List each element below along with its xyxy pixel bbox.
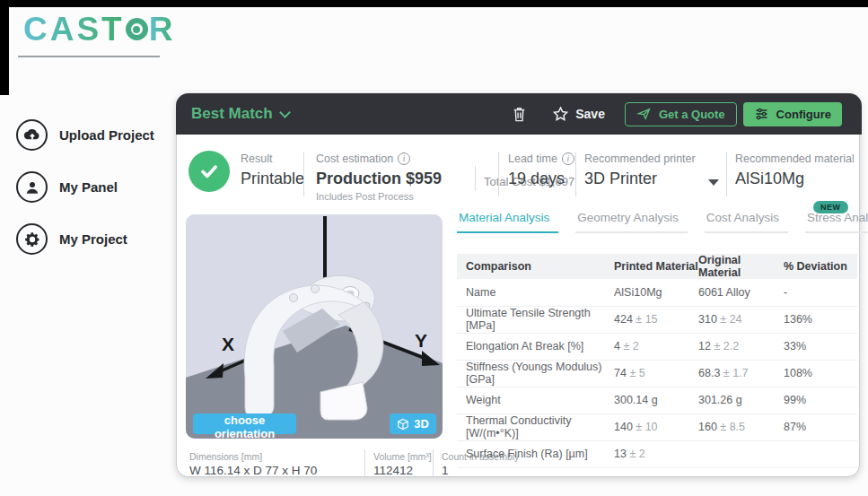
tab-cost-analysis[interactable]: Cost Analysis — [705, 211, 788, 233]
column-header: % Deviation — [784, 254, 857, 279]
tab-material-analysis[interactable]: Material Analysis — [457, 211, 558, 233]
table-row: Elongation At Break [%] 4 ± 2 12 ± 2.2 3… — [457, 333, 857, 360]
best-match-dropdown[interactable]: Best Match — [191, 105, 289, 123]
sidebar-item-upload-project[interactable]: Upload Project — [16, 119, 154, 151]
logo-underline — [18, 56, 160, 57]
lead-time-label: Lead time i — [508, 152, 574, 165]
axis-x-label: X — [222, 334, 234, 354]
printable-check-icon — [189, 151, 230, 192]
sidebar-item-my-panel[interactable]: My Panel — [16, 171, 118, 203]
recommended-printer-value: 3D Printer — [584, 170, 657, 188]
result-value: Printable — [241, 170, 304, 188]
best-match-label: Best Match — [191, 105, 273, 123]
analysis-tabs: Material Analysis Geometry Analysis Cost… — [457, 211, 868, 233]
volume-label: Volume [mm³] — [373, 451, 432, 462]
table-row: Ultimate Tensile Strength [MPa] 424 ± 15… — [457, 306, 857, 333]
view-3d-button[interactable]: 3D — [390, 413, 436, 434]
header-actions: Save Get a Quote Configure — [512, 102, 842, 126]
choose-orientation-button[interactable]: choose orientation — [193, 413, 296, 434]
save-button[interactable]: Save — [552, 106, 605, 122]
sidebar-label: Upload Project — [59, 127, 154, 143]
cost-note: Includes Post Process — [316, 191, 414, 202]
model-3d-render: X Y — [186, 214, 443, 439]
production-cost-value: Production $959 — [316, 170, 442, 188]
recommended-material-value: AlSi10Mg — [735, 170, 804, 188]
table-row: Name AlSi10Mg 6061 Alloy - — [457, 279, 857, 306]
recommended-printer-label: Recommended printer — [584, 152, 696, 165]
star-icon — [552, 106, 569, 122]
model-viewport[interactable]: X Y — [186, 214, 443, 439]
volume-value: 112412 — [373, 464, 413, 477]
configure-button[interactable]: Configure — [743, 102, 842, 126]
sidebar-item-my-project[interactable]: My Project — [16, 223, 127, 255]
dimensions-label: Dimensions [mm] — [189, 451, 262, 462]
recommended-material-label: Recommended material — [735, 152, 855, 165]
tab-geometry-analysis[interactable]: Geometry Analysis — [575, 211, 688, 233]
delete-button[interactable] — [512, 106, 527, 123]
axis-y-label: Y — [415, 330, 427, 351]
cloud-upload-icon — [16, 119, 48, 151]
count-in-assembly-value: 1 — [442, 464, 449, 477]
info-icon[interactable]: i — [398, 152, 410, 165]
castor-logo: CASTR — [23, 11, 175, 48]
tab-stress-analysis[interactable]: Stress Analysis — [805, 211, 868, 233]
table-row: Stiffness (Youngs Modulus) [GPa] 74 ± 5 … — [457, 360, 857, 387]
analysis-panel: Best Match Save Get a Quote Configure — [176, 93, 860, 477]
logo-text-left: CAST — [23, 11, 125, 48]
table-row: Weight 300.14 g 301.26 g 99% — [457, 387, 857, 413]
table-header-row: Comparison Printed Material Original Mat… — [457, 254, 857, 279]
letterbox-top — [0, 0, 868, 7]
get-a-quote-button[interactable]: Get a Quote — [625, 102, 737, 126]
table-row: Thermal Conductivity [W/(m•°K)] 140 ± 10… — [457, 413, 857, 440]
cube-icon — [397, 418, 409, 431]
get-a-quote-label: Get a Quote — [659, 108, 725, 121]
lead-time-value: 19 days — [508, 170, 565, 188]
result-label: Result — [241, 152, 272, 165]
sliders-icon — [754, 107, 769, 121]
app-window: CASTR Upload Project My Panel My Project… — [0, 0, 868, 496]
table-row: Surface Finish (Ra) [µm] 13 ± 2 — [457, 440, 857, 467]
sidebar-label: My Panel — [59, 179, 118, 195]
paper-plane-icon — [636, 107, 652, 121]
info-icon[interactable]: i — [562, 152, 574, 165]
dimensions-value: W 116.14 x D 77 x H 70 — [189, 464, 317, 477]
panel-header: Best Match Save Get a Quote Configure — [176, 93, 862, 135]
user-icon — [16, 171, 48, 203]
gear-icon — [16, 223, 48, 255]
save-label: Save — [575, 107, 605, 121]
sidebar-label: My Project — [59, 231, 127, 247]
material-comparison-table: Comparison Printed Material Original Mat… — [457, 254, 857, 468]
column-header: Comparison — [457, 254, 614, 279]
view-3d-label: 3D — [414, 417, 429, 431]
column-header: Printed Material — [614, 254, 698, 279]
cost-estimation-label: Cost estimation i — [316, 152, 410, 165]
logo-text-right: R — [149, 11, 176, 48]
printer-dropdown-arrow[interactable] — [708, 179, 719, 186]
logo-o-target-icon — [126, 18, 148, 40]
column-header: Original Material — [698, 254, 784, 279]
configure-label: Configure — [776, 108, 831, 121]
letterbox-left — [0, 0, 9, 95]
chevron-down-icon — [279, 107, 291, 118]
